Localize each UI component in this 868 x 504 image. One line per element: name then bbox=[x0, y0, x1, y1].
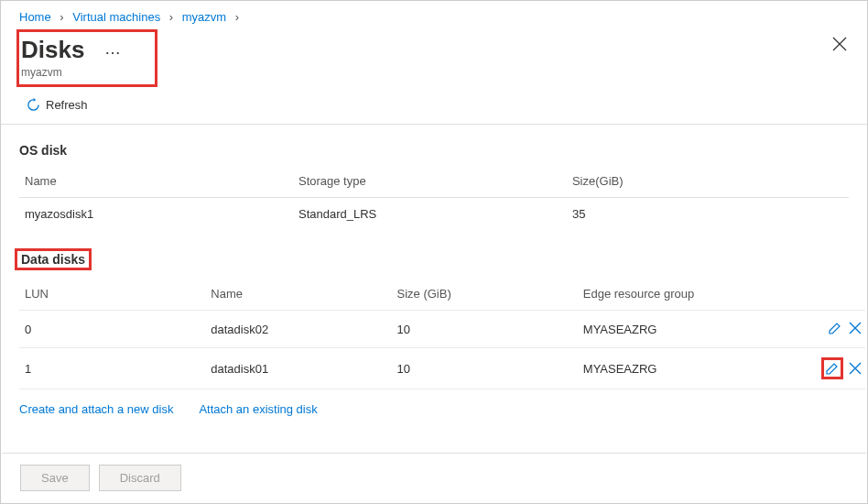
close-icon[interactable] bbox=[832, 37, 847, 56]
col-size: Size (GiB) bbox=[392, 278, 578, 311]
cell-name: datadisk02 bbox=[205, 311, 391, 348]
cell-size: 10 bbox=[392, 348, 578, 389]
col-storage-type: Storage type bbox=[293, 165, 567, 198]
cell-erg: MYASEAZRG bbox=[578, 348, 781, 389]
table-row: 1 datadisk01 10 MYASEAZRG bbox=[19, 348, 865, 389]
col-size: Size(GiB) bbox=[567, 165, 849, 198]
attach-existing-disk-link[interactable]: Attach an existing disk bbox=[199, 402, 317, 416]
breadcrumb: Home › Virtual machines › myazvm › bbox=[1, 1, 867, 29]
breadcrumb-vm[interactable]: myazvm bbox=[182, 10, 226, 24]
col-lun: LUN bbox=[19, 278, 205, 311]
table-row: 0 datadisk02 10 MYASEAZRG bbox=[19, 311, 865, 348]
cell-erg: MYASEAZRG bbox=[578, 311, 781, 348]
col-name: Name bbox=[205, 278, 391, 311]
more-menu-icon[interactable]: … bbox=[104, 39, 122, 59]
cell-name: datadisk01 bbox=[205, 348, 391, 389]
refresh-button[interactable]: Refresh bbox=[27, 98, 88, 112]
os-disk-size: 35 bbox=[567, 198, 849, 231]
data-disks-heading: Data disks bbox=[1, 230, 867, 278]
col-edge-resource-group: Edge resource group bbox=[578, 278, 781, 311]
chevron-right-icon: › bbox=[169, 10, 173, 24]
page-title: Disks bbox=[21, 36, 84, 63]
edit-icon[interactable] bbox=[821, 357, 843, 379]
breadcrumb-home[interactable]: Home bbox=[19, 10, 51, 24]
table-row: myazosdisk1 Standard_LRS 35 bbox=[19, 198, 849, 231]
create-attach-disk-link[interactable]: Create and attach a new disk bbox=[19, 402, 173, 416]
os-disk-heading: OS disk bbox=[1, 125, 867, 165]
edit-icon[interactable] bbox=[827, 320, 843, 336]
breadcrumb-virtual-machines[interactable]: Virtual machines bbox=[72, 10, 160, 24]
footer-bar: Save Discard bbox=[2, 453, 866, 502]
chevron-right-icon: › bbox=[60, 10, 63, 24]
save-button[interactable]: Save bbox=[20, 465, 90, 491]
cell-size: 10 bbox=[392, 311, 578, 348]
refresh-icon bbox=[27, 98, 40, 112]
os-disk-storage: Standard_LRS bbox=[293, 198, 567, 231]
os-disk-name: myazosdisk1 bbox=[19, 198, 293, 231]
delete-icon[interactable] bbox=[847, 320, 863, 336]
chevron-right-icon: › bbox=[235, 10, 239, 24]
refresh-label: Refresh bbox=[46, 98, 88, 112]
cell-lun: 1 bbox=[19, 348, 205, 389]
page-subtitle: myazvm bbox=[21, 66, 122, 79]
data-disks-table: LUN Name Size (GiB) Edge resource group … bbox=[19, 278, 865, 389]
delete-icon[interactable] bbox=[847, 360, 863, 377]
os-disk-table: Name Storage type Size(GiB) myazosdisk1 … bbox=[19, 165, 849, 230]
col-name: Name bbox=[19, 165, 293, 198]
page-title-area: Disks … myazvm bbox=[16, 29, 157, 87]
discard-button[interactable]: Discard bbox=[99, 465, 181, 491]
cell-lun: 0 bbox=[19, 311, 205, 348]
